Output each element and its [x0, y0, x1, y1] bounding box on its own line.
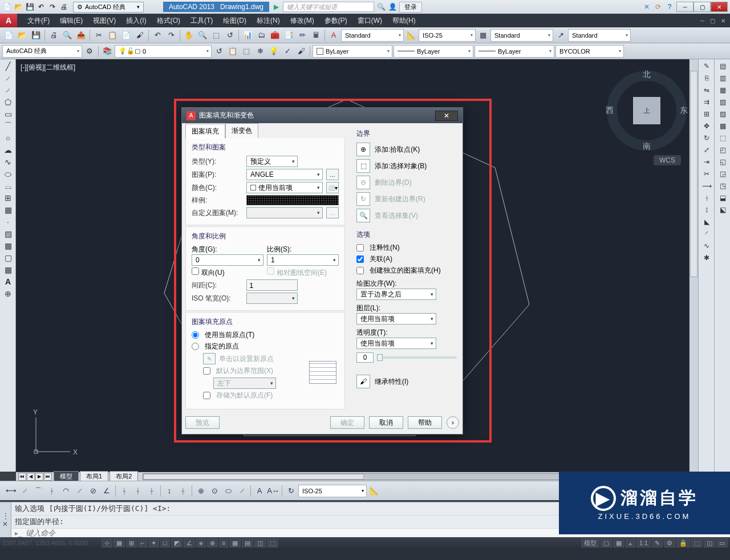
chamfer-icon[interactable]: ◣ — [700, 216, 713, 228]
menu-help[interactable]: 帮助(H) — [388, 14, 420, 27]
layer-props-icon[interactable]: 📚 — [101, 45, 113, 58]
dlg-layer-select[interactable]: 使用当前项 — [356, 313, 436, 324]
sample-swatch[interactable] — [246, 195, 339, 205]
revcloud-icon[interactable]: ☁ — [1, 144, 15, 156]
new-icon[interactable]: 📄 — [2, 2, 11, 11]
dim-ang-icon[interactable]: ∠ — [100, 485, 113, 497]
sb-dyn-icon[interactable]: ⊕ — [207, 538, 218, 547]
ellipse-icon[interactable]: ⬭ — [1, 168, 15, 180]
zoom-prev-icon[interactable]: ↺ — [224, 29, 236, 42]
viewcube-west[interactable]: 西 — [606, 105, 614, 116]
radio-spec-origin[interactable] — [192, 343, 199, 350]
sb-clean-icon[interactable]: ▭ — [716, 538, 728, 547]
menu-insert[interactable]: 插入(I) — [121, 14, 151, 27]
sb-osnap-icon[interactable]: □ — [160, 538, 170, 547]
sb-annovis-icon[interactable]: ✎ — [652, 538, 663, 547]
color-swatch-button[interactable]: ⬜▾ — [326, 182, 339, 193]
zoom-win-icon[interactable]: ⬚ — [210, 29, 222, 42]
break-icon[interactable]: ⟊ — [700, 192, 713, 204]
sb-sc-icon[interactable]: ◫ — [254, 538, 266, 547]
tool13-icon[interactable]: ⬕ — [716, 204, 729, 216]
menu-file[interactable]: 文件(F) — [23, 14, 54, 27]
viewcube-east[interactable]: 东 — [680, 105, 688, 116]
layer-iso-icon[interactable]: ⬚ — [240, 45, 253, 58]
dimstyle-select[interactable]: ISO-25 — [419, 29, 476, 42]
dialog-titlebar[interactable]: A 图案填充和渐变色 ✕ — [182, 108, 463, 123]
sb-polar-icon[interactable]: ✶ — [148, 538, 159, 547]
menu-dimension[interactable]: 标注(N) — [252, 14, 285, 27]
search-input[interactable]: 键入关键字或短语 — [283, 2, 374, 12]
dim-linear-icon[interactable]: ⟷ — [5, 485, 17, 497]
redo2-icon[interactable]: ↷ — [165, 29, 177, 42]
copy2-icon[interactable]: ⎘ — [700, 72, 713, 84]
dim-quick-icon[interactable]: ⟊ — [118, 485, 131, 497]
dim-tedit-icon[interactable]: A↔ — [267, 485, 279, 497]
viewcube-top[interactable]: 上 — [633, 97, 660, 124]
array-icon[interactable]: ⊞ — [700, 108, 713, 120]
tab-hatch[interactable]: 图案填充 — [185, 124, 225, 139]
color-select[interactable]: ByLayer — [313, 45, 392, 58]
dim-update-icon[interactable]: ↻ — [285, 485, 297, 497]
join-icon[interactable]: ⟟ — [700, 204, 713, 216]
draworder-select[interactable]: 置于边界之后 — [356, 289, 436, 300]
tab-next-icon[interactable]: ▶ — [35, 473, 43, 481]
inspect-icon[interactable]: ⬭ — [222, 485, 234, 497]
insert-icon[interactable]: ⊞ — [1, 192, 15, 204]
sb-snap-icon[interactable]: ▦ — [113, 538, 125, 547]
sb-qv-icon[interactable]: ▦ — [613, 538, 624, 547]
arc-icon[interactable]: ⌒ — [1, 120, 15, 132]
new-doc-icon[interactable]: 📄 — [2, 29, 15, 42]
sb-otrack-icon[interactable]: ∠ — [184, 538, 195, 547]
sb-tpy-icon[interactable]: ▦ — [229, 538, 241, 547]
move-icon[interactable]: ✥ — [700, 120, 713, 132]
sb-ws-icon[interactable]: ⚙ — [664, 538, 675, 547]
tablestyle-select[interactable]: Standard — [490, 29, 553, 42]
chk-assoc[interactable] — [356, 255, 364, 263]
mleader-icon[interactable]: ↗ — [554, 29, 567, 42]
line-icon[interactable]: ╱ — [1, 60, 15, 72]
pattern-select[interactable]: ANGLE — [246, 169, 323, 180]
wcs-badge[interactable]: WCS — [654, 155, 681, 165]
zoom-icon[interactable]: 🔍 — [196, 29, 209, 42]
preview-icon[interactable]: 🔍 — [61, 29, 74, 42]
menu-edit[interactable]: 编辑(E) — [55, 14, 87, 27]
dim-break-icon[interactable]: ⟊ — [177, 485, 189, 497]
cmd-handle[interactable]: ⋮✕ — [0, 502, 11, 537]
open-doc-icon[interactable]: 📂 — [16, 29, 29, 42]
jogline-icon[interactable]: ⟋ — [236, 485, 248, 497]
sb-am-icon[interactable]: ⬚ — [267, 538, 278, 547]
markup-icon[interactable]: ✏ — [296, 29, 309, 42]
trim-icon[interactable]: ✂ — [700, 168, 713, 180]
textstyle-select[interactable]: Standard — [341, 29, 404, 42]
search-info-icon[interactable]: 🔍 — [376, 2, 386, 11]
pattern-browse-button[interactable]: … — [326, 169, 339, 180]
tool11-icon[interactable]: ◳ — [716, 180, 729, 192]
canvas-vscrollbar[interactable] — [689, 59, 698, 472]
polygon-icon[interactable]: ⬠ — [1, 96, 15, 108]
layer-off-icon[interactable]: 💡 — [267, 45, 280, 58]
stretch-icon[interactable]: ⇥ — [700, 156, 713, 168]
sb-iso-icon[interactable]: ◫ — [704, 538, 715, 547]
btn-selobjs[interactable]: ⬚添加:选择对象(B) — [356, 159, 457, 173]
extend-icon[interactable]: ⟶ — [700, 180, 713, 192]
tool10-icon[interactable]: ◲ — [716, 168, 729, 180]
save-icon[interactable]: 💾 — [25, 2, 34, 11]
color-select[interactable]: 使用当前项 — [246, 182, 323, 193]
polyline-icon[interactable]: ⟋ — [1, 84, 15, 96]
save-doc-icon[interactable]: 💾 — [30, 29, 42, 42]
exchange-icon[interactable]: ✕ — [642, 2, 651, 11]
layer-make-icon[interactable]: ✓ — [281, 45, 294, 58]
layer-state-icon[interactable]: 📋 — [226, 45, 239, 58]
chk-annotative[interactable] — [356, 244, 364, 251]
sb-ducs-icon[interactable]: ⎈ — [196, 538, 206, 547]
hatch-icon[interactable]: ▨ — [1, 228, 15, 240]
dim-edit-icon[interactable]: A — [253, 485, 266, 497]
btn-cancel[interactable]: 取消 — [369, 416, 403, 429]
menu-window[interactable]: 窗口(W) — [353, 14, 387, 27]
chk-separate[interactable] — [356, 267, 364, 274]
viewcube-south[interactable]: 南 — [643, 141, 651, 152]
tab-first-icon[interactable]: ⏮ — [18, 473, 26, 481]
viewcube[interactable]: 北 南 东 西 上 — [607, 71, 687, 151]
type-select[interactable]: 预定义 — [246, 156, 298, 167]
undo-icon[interactable]: ↶ — [36, 2, 46, 11]
